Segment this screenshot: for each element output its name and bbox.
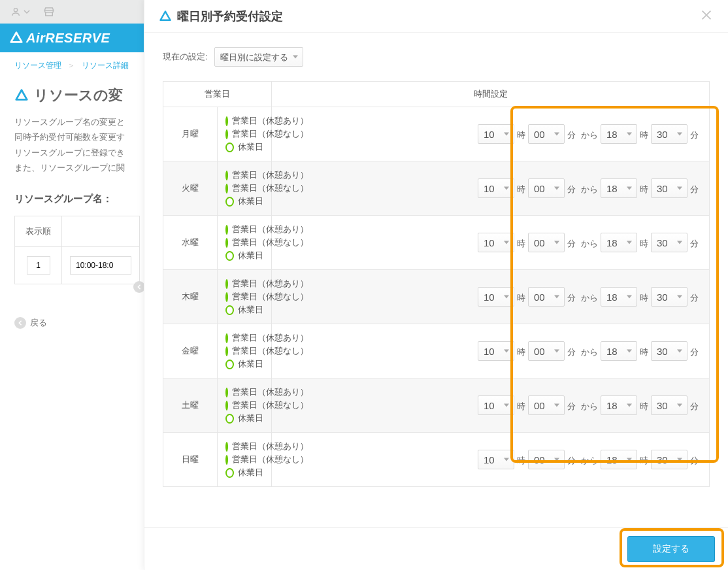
from-minute-select[interactable]: 00 (528, 233, 565, 252)
radio-option[interactable]: 休業日 (225, 141, 263, 153)
radio-label: 休業日 (238, 141, 263, 153)
label-hour: 時 (517, 130, 525, 140)
radio-option[interactable]: 営業日（休憩なし） (225, 128, 263, 140)
from-minute-select[interactable]: 00 (528, 341, 565, 361)
label-hour: 時 (517, 184, 525, 194)
day-options: 営業日（休憩あり）営業日（休憩なし）休業日 (218, 378, 272, 433)
from-hour-select[interactable]: 10 (478, 287, 514, 307)
radio-option[interactable]: 休業日 (225, 467, 263, 478)
label-hour: 時 (517, 347, 525, 357)
day-options: 営業日（休憩あり）営業日（休憩なし）休業日 (218, 216, 272, 270)
from-minute-select[interactable]: 00 (528, 124, 565, 144)
weekday-settings-dialog: 曜日別予約受付設定 現在の設定: 曜日別に設定する 営業日 時間設 (144, 0, 728, 570)
day-options: 営業日（休憩あり）営業日（休憩なし）休業日 (218, 433, 272, 487)
radio-option[interactable]: 営業日（休憩なし） (225, 454, 263, 465)
to-hour-select[interactable]: 18 (601, 395, 637, 415)
radio-option[interactable]: 営業日（休憩あり） (225, 441, 263, 452)
radio-option[interactable]: 休業日 (225, 358, 263, 370)
dialog-title: 曜日別予約受付設定 (177, 8, 283, 24)
label-minute: 分 (690, 456, 699, 465)
to-minute-select[interactable]: 30 (651, 450, 687, 469)
label-minute: 分 (567, 293, 576, 303)
to-minute-select[interactable]: 30 (651, 395, 687, 415)
radio-label: 営業日（休憩あり） (232, 332, 308, 344)
from-hour-select[interactable]: 10 (478, 341, 514, 361)
radio-icon (225, 305, 234, 315)
label-hour: 時 (640, 184, 648, 194)
day-name: 金曜 (163, 324, 218, 378)
radio-option[interactable]: 営業日（休憩あり） (225, 332, 263, 344)
radio-label: 営業日（休憩なし） (232, 454, 308, 465)
radio-option[interactable]: 休業日 (225, 304, 263, 316)
time-cell: 10時00分から18時30分 (272, 378, 710, 433)
to-minute-select[interactable]: 30 (651, 341, 687, 361)
to-minute-select[interactable]: 30 (651, 287, 687, 307)
svg-point-0 (14, 8, 17, 12)
label-hour: 時 (640, 130, 648, 140)
from-hour-select[interactable]: 10 (478, 395, 514, 415)
from-hour-select[interactable]: 10 (478, 233, 514, 252)
label-minute: 分 (690, 239, 699, 248)
radio-option[interactable]: 休業日 (225, 250, 263, 261)
to-hour-select[interactable]: 18 (601, 450, 637, 469)
to-minute-select[interactable]: 30 (651, 233, 687, 252)
from-minute-select[interactable]: 00 (528, 287, 565, 307)
radio-icon (225, 401, 228, 411)
back-label: 戻る (30, 317, 47, 329)
chevron-left-icon (14, 317, 26, 329)
from-hour-select[interactable]: 10 (478, 178, 514, 198)
radio-option[interactable]: 営業日（休憩あり） (225, 115, 263, 127)
radio-option[interactable]: 休業日 (225, 195, 263, 207)
from-minute-select[interactable]: 00 (528, 395, 565, 415)
radio-icon (225, 142, 234, 152)
close-icon (699, 8, 714, 22)
from-hour-select[interactable]: 10 (478, 450, 514, 469)
radio-option[interactable]: 営業日（休憩なし） (225, 182, 263, 194)
page-title-text: リソースの変 (34, 86, 123, 105)
label-minute: 分 (567, 456, 576, 465)
to-hour-select[interactable]: 18 (601, 233, 637, 252)
breadcrumb-item-0[interactable]: リソース管理 (14, 61, 61, 70)
time-cell: 10時00分から18時30分 (272, 270, 710, 324)
breadcrumb-item-1[interactable]: リソース詳細 (82, 61, 129, 70)
apply-button[interactable]: 設定する (627, 536, 715, 562)
radio-option[interactable]: 営業日（休憩あり） (225, 169, 263, 181)
radio-option[interactable]: 営業日（休憩あり） (225, 278, 263, 290)
to-minute-select[interactable]: 30 (651, 178, 687, 198)
close-button[interactable] (699, 8, 714, 24)
radio-label: 営業日（休憩あり） (232, 115, 308, 127)
from-minute-select[interactable]: 00 (528, 450, 565, 469)
to-hour-select[interactable]: 18 (601, 124, 637, 144)
time-cell: 10時00分から18時30分 (272, 107, 710, 161)
to-minute-select[interactable]: 30 (651, 124, 687, 144)
from-hour-select[interactable]: 10 (478, 124, 514, 144)
radio-option[interactable]: 休業日 (225, 412, 263, 424)
label-hour: 時 (517, 293, 525, 303)
radio-icon (225, 468, 234, 478)
radio-option[interactable]: 営業日（休憩なし） (225, 345, 263, 357)
to-hour-select[interactable]: 18 (601, 287, 637, 307)
radio-option[interactable]: 営業日（休憩なし） (225, 237, 263, 248)
order-input[interactable] (27, 256, 50, 275)
label-hour: 時 (517, 239, 525, 248)
time-cell: 10時00分から18時30分 (272, 433, 710, 487)
time-input[interactable] (70, 256, 131, 275)
store-icon[interactable] (43, 6, 55, 18)
radio-option[interactable]: 営業日（休憩あり） (225, 224, 263, 235)
user-menu[interactable] (5, 4, 35, 20)
day-name: 日曜 (163, 433, 218, 487)
radio-label: 営業日（休憩あり） (232, 441, 308, 452)
radio-icon (225, 225, 228, 235)
radio-option[interactable]: 営業日（休憩あり） (225, 386, 263, 398)
radio-icon (225, 292, 228, 302)
to-hour-select[interactable]: 18 (601, 178, 637, 198)
radio-option[interactable]: 営業日（休憩なし） (225, 291, 263, 303)
radio-option[interactable]: 営業日（休憩なし） (225, 399, 263, 411)
current-setting-select[interactable]: 曜日別に設定する (214, 47, 303, 67)
from-minute-select[interactable]: 00 (528, 178, 565, 198)
label-from: から (581, 130, 598, 140)
schedule-table: 営業日 時間設定 月曜営業日（休憩あり）営業日（休憩なし）休業日10時00分から… (163, 81, 710, 487)
mini-table: 表示順 (14, 216, 140, 284)
to-hour-select[interactable]: 18 (601, 341, 637, 361)
radio-icon (225, 333, 228, 343)
